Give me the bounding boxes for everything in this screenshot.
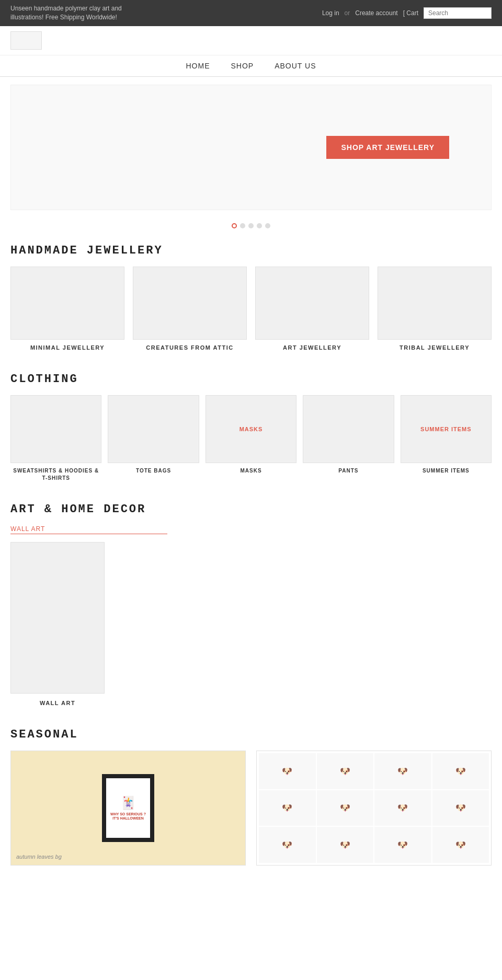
shop-art-jewellery-button[interactable]: SHOP ART JEWELLERY: [326, 136, 449, 159]
clothing-sweatshirts[interactable]: SWEATSHIRTS & HOODIES & T-SHIRTS: [10, 395, 101, 482]
seasonal-halloween[interactable]: autumn leaves bg 🃏 WHY SO SERIOUS ? IT'S…: [10, 751, 246, 866]
pug-cell: 🐶: [374, 827, 431, 863]
seasonal-pug[interactable]: 🐶 🐶 🐶 🐶 🐶 🐶 🐶 🐶 🐶 🐶 🐶 🐶: [256, 751, 492, 866]
carousel-dot-2[interactable]: [240, 223, 245, 228]
clothing-tote-bags[interactable]: TOTE BAGS: [108, 395, 199, 482]
pug-cell: 🐶: [432, 790, 489, 826]
logo-area: [0, 26, 502, 55]
cart-link[interactable]: [ Cart: [403, 9, 418, 17]
nav-about[interactable]: ABOUT US: [275, 62, 316, 70]
clothing-summer-items[interactable]: SUMMER ITEMS SUMMER ITEMS: [401, 395, 492, 482]
clothing-section: CLOTHING SWEATSHIRTS & HOODIES & T-SHIRT…: [0, 367, 502, 498]
clothing-pants[interactable]: PANTS: [303, 395, 394, 482]
carousel-dot-5[interactable]: [265, 223, 270, 228]
tagline: Unseen handmade polymer clay art and ill…: [10, 4, 122, 22]
pug-cell: 🐶: [317, 753, 374, 789]
hero-banner: SHOP ART JEWELLERY: [10, 85, 492, 210]
creatures-attic-label: CREATURES FROM ATTIC: [146, 344, 233, 352]
carousel-dot-1[interactable]: [232, 223, 237, 228]
halloween-card: autumn leaves bg 🃏 WHY SO SERIOUS ? IT'S…: [11, 751, 245, 865]
top-bar: Unseen handmade polymer clay art and ill…: [0, 0, 502, 26]
art-jewellery-label: ART JEWELLERY: [283, 344, 341, 352]
seasonal-title: SEASONAL: [10, 728, 492, 741]
art-home-section: ART & HOME DECOR WALL ART WALL ART: [0, 498, 502, 723]
pug-cell: 🐶: [317, 790, 374, 826]
pug-img: 🐶 🐶 🐶 🐶 🐶 🐶 🐶 🐶 🐶 🐶 🐶 🐶: [256, 751, 492, 866]
tote-bags-img: [108, 395, 199, 463]
nav-shop[interactable]: SHOP: [231, 62, 254, 70]
seasonal-grid: autumn leaves bg 🃏 WHY SO SERIOUS ? IT'S…: [10, 751, 492, 866]
masks-label: MASKS: [240, 467, 261, 475]
wall-art-item[interactable]: WALL ART: [10, 542, 105, 707]
halloween-text: WHY SO SERIOUS ? IT'S HALLOWEEN: [110, 812, 146, 821]
creatures-attic-img: [133, 267, 247, 340]
category-tribal-jewellery[interactable]: TRIBAL JEWELLERY: [378, 267, 492, 352]
create-account-link[interactable]: Create account: [355, 9, 397, 17]
summer-items-label: SUMMER ITEMS: [423, 467, 470, 475]
top-bar-right: Log in or Create account [ Cart: [322, 7, 492, 19]
logo: [10, 31, 42, 50]
tote-bags-label: TOTE BAGS: [136, 467, 171, 475]
clothing-masks[interactable]: MASKS MASKS: [206, 395, 296, 482]
nav-home[interactable]: HOME: [186, 62, 210, 70]
wall-art-img: [10, 542, 105, 694]
sweatshirts-img: [10, 395, 101, 463]
sweatshirts-label: SWEATSHIRTS & HOODIES & T-SHIRTS: [10, 467, 101, 482]
pants-label: PANTS: [338, 467, 358, 475]
category-creatures-attic[interactable]: CREATURES FROM ATTIC: [133, 267, 247, 352]
jewellery-title: HANDMADE JEWELLERY: [10, 244, 492, 257]
category-minimal-jewellery[interactable]: MINIMAL JEWELLERY: [10, 267, 124, 352]
halloween-joker-icon: 🃏: [120, 795, 136, 810]
pants-img: [303, 395, 394, 463]
pug-pattern: 🐶 🐶 🐶 🐶 🐶 🐶 🐶 🐶 🐶 🐶 🐶 🐶: [257, 751, 491, 865]
pug-cell: 🐶: [259, 753, 316, 789]
jewellery-grid: MINIMAL JEWELLERY CREATURES FROM ATTIC A…: [10, 267, 492, 352]
masks-overlay: MASKS: [239, 426, 263, 432]
summer-items-overlay: SUMMER ITEMS: [420, 426, 472, 432]
wall-art-link[interactable]: WALL ART: [10, 525, 167, 534]
carousel-dot-3[interactable]: [248, 223, 254, 228]
halloween-img: autumn leaves bg 🃏 WHY SO SERIOUS ? IT'S…: [10, 751, 246, 866]
main-nav: HOME SHOP ABOUT US: [0, 55, 502, 77]
pug-cell: 🐶: [259, 790, 316, 826]
tribal-jewellery-label: TRIBAL JEWELLERY: [400, 344, 470, 352]
pug-cell: 🐶: [432, 753, 489, 789]
halloween-frame: 🃏 WHY SO SERIOUS ? IT'S HALLOWEEN: [102, 774, 154, 842]
art-home-title: ART & HOME DECOR: [10, 503, 492, 516]
pug-cell: 🐶: [374, 790, 431, 826]
summer-items-img: SUMMER ITEMS: [401, 395, 492, 463]
category-art-jewellery[interactable]: ART JEWELLERY: [255, 267, 369, 352]
search-input[interactable]: [424, 7, 492, 19]
carousel-dot-4[interactable]: [257, 223, 262, 228]
login-link[interactable]: Log in: [322, 9, 339, 17]
pug-cell: 🐶: [259, 827, 316, 863]
pug-cell: 🐶: [374, 753, 431, 789]
masks-img: MASKS: [206, 395, 296, 463]
seasonal-section: SEASONAL autumn leaves bg 🃏 WHY SO SERIO…: [0, 723, 502, 881]
pug-cell: 🐶: [432, 827, 489, 863]
art-jewellery-img: [255, 267, 369, 340]
carousel-dots: [0, 218, 502, 239]
minimal-jewellery-img: [10, 267, 124, 340]
jewellery-section: HANDMADE JEWELLERY MINIMAL JEWELLERY CRE…: [0, 239, 502, 367]
minimal-jewellery-label: MINIMAL JEWELLERY: [30, 344, 105, 352]
tribal-jewellery-img: [378, 267, 492, 340]
clothing-title: CLOTHING: [10, 373, 492, 386]
wall-art-label: WALL ART: [40, 700, 75, 706]
clothing-grid: SWEATSHIRTS & HOODIES & T-SHIRTS TOTE BA…: [10, 395, 492, 482]
pug-cell: 🐶: [317, 827, 374, 863]
or-separator: or: [345, 9, 350, 17]
